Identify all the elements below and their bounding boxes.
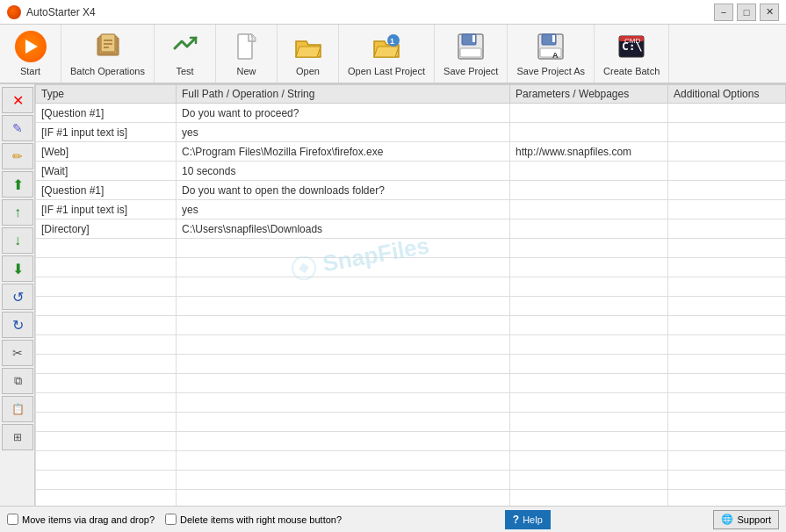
empty-cell [177, 490, 510, 507]
move-bottom-button[interactable]: ⬇ [2, 255, 33, 282]
cell-params [510, 219, 668, 239]
cut-button[interactable]: ✂ [2, 340, 33, 366]
empty-row [36, 316, 786, 335]
table-row[interactable]: [Directory] C:\Users\snapfiles\Downloads [36, 219, 786, 239]
empty-cell [668, 432, 786, 451]
empty-cell [668, 393, 786, 413]
cell-params [510, 181, 668, 200]
cell-path: C:\Users\snapfiles\Downloads [177, 219, 510, 239]
empty-cell [510, 432, 668, 451]
empty-cell [510, 297, 668, 316]
cell-options [668, 162, 786, 181]
app-icon [7, 5, 21, 19]
svg-text:CMD: CMD [624, 37, 640, 45]
table-row[interactable]: [Question #1] Do you want to open the do… [36, 181, 786, 200]
cell-options [668, 219, 786, 239]
cell-type: [Question #1] [36, 104, 177, 123]
rotate-right-button[interactable]: ↻ [2, 312, 33, 338]
table-row[interactable]: [IF #1 input text is] yes [36, 123, 786, 142]
empty-cell [177, 432, 510, 451]
pencil-button[interactable]: ✏ [2, 143, 33, 169]
batch-operations-button[interactable]: Batch Operations [61, 25, 155, 83]
empty-cell [177, 451, 510, 471]
create-batch-label: Create Batch [603, 66, 660, 76]
cell-type: [IF #1 input text is] [36, 123, 177, 142]
cell-options [668, 200, 786, 219]
main-content: ✕ ✎ ✏ ⬆ ↑ ↓ ⬇ ↺ ↻ ✂ ⧉ 📋 ⊞ Type Full Path… [0, 84, 786, 506]
empty-cell [668, 490, 786, 507]
open-last-button[interactable]: 1 Open Last Project [339, 25, 435, 83]
main-table: Type Full Path / Operation / String Para… [35, 84, 786, 506]
empty-cell [668, 451, 786, 471]
save-button[interactable]: Save Project [435, 25, 508, 83]
table-row[interactable]: [Web] C:\Program Files\Mozilla Firefox\f… [36, 142, 786, 162]
svg-marker-7 [252, 34, 256, 41]
move-up-button[interactable]: ↑ [2, 199, 33, 226]
paste-button[interactable]: 📋 [2, 396, 33, 422]
empty-cell [668, 316, 786, 335]
delete-button[interactable]: ✕ [2, 87, 33, 113]
start-button[interactable]: Start [0, 25, 61, 83]
cell-path: yes [177, 200, 510, 219]
empty-row [36, 297, 786, 316]
delete-right-label[interactable]: Delete items with right mouse button? [165, 514, 342, 525]
create-batch-button[interactable]: C:\ CMD Create Batch [595, 25, 669, 83]
empty-cell [510, 490, 668, 507]
col-header-options: Additional Options [668, 85, 786, 104]
move-top-button[interactable]: ⬆ [2, 171, 33, 198]
empty-cell [36, 374, 177, 393]
edit-button[interactable]: ✎ [2, 115, 33, 141]
cell-options [668, 181, 786, 200]
cell-options [668, 104, 786, 123]
delete-right-checkbox[interactable] [165, 514, 177, 525]
table-row[interactable]: [Wait] 10 seconds [36, 162, 786, 181]
empty-cell [36, 277, 177, 297]
cell-params [510, 123, 668, 142]
cell-params [510, 104, 668, 123]
drag-drop-label[interactable]: Move items via drag and drop? [7, 514, 155, 525]
empty-cell [668, 374, 786, 393]
test-button[interactable]: Test [155, 25, 216, 83]
new-label: New [236, 66, 256, 76]
empty-cell [510, 277, 668, 297]
minimize-button[interactable]: − [714, 4, 733, 21]
open-last-icon: 1 [372, 32, 400, 61]
empty-cell [177, 471, 510, 490]
empty-cell [177, 316, 510, 335]
table-row[interactable]: [IF #1 input text is] yes [36, 200, 786, 219]
table-header-row: Type Full Path / Operation / String Para… [36, 85, 786, 104]
empty-row [36, 239, 786, 258]
empty-cell [668, 258, 786, 277]
empty-cell [510, 355, 668, 374]
empty-cell [36, 297, 177, 316]
empty-cell [177, 335, 510, 355]
table-row[interactable]: [Question #1] Do you want to proceed? [36, 104, 786, 123]
support-button[interactable]: 🌐 Support [713, 510, 779, 529]
drag-drop-checkbox[interactable] [7, 514, 18, 525]
save-as-button[interactable]: A Save Project As [508, 25, 595, 83]
duplicate-button[interactable]: ⊞ [2, 424, 33, 450]
close-button[interactable]: ✕ [760, 4, 779, 21]
save-label: Save Project [443, 66, 498, 76]
new-button[interactable]: New [216, 25, 278, 83]
empty-cell [668, 277, 786, 297]
open-button[interactable]: Open [278, 25, 339, 83]
empty-cell [177, 413, 510, 432]
copy-button[interactable]: ⧉ [2, 368, 33, 394]
empty-cell [36, 316, 177, 335]
empty-cell [510, 413, 668, 432]
empty-cell [177, 297, 510, 316]
empty-cell [36, 451, 177, 471]
maximize-button[interactable]: □ [737, 4, 756, 21]
batch-label: Batch Operations [70, 66, 145, 76]
empty-cell [668, 239, 786, 258]
toolbar: Start Batch Operations Test [0, 25, 786, 84]
move-down-button[interactable]: ↓ [2, 227, 33, 254]
batch-icon-area [92, 31, 124, 62]
empty-cell [36, 335, 177, 355]
help-button[interactable]: ? Help [505, 510, 551, 529]
empty-row [36, 335, 786, 355]
open-label: Open [296, 66, 320, 76]
rotate-left-button[interactable]: ↺ [2, 284, 33, 310]
create-batch-icon-area: C:\ CMD [616, 31, 647, 62]
